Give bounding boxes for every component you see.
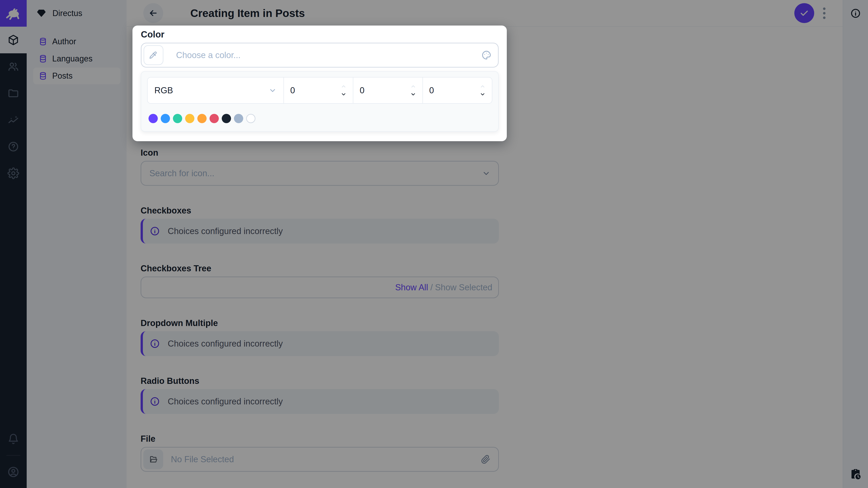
color-field-popup: Color Choose a color... RGB [132, 26, 507, 141]
number-stepper [410, 84, 416, 97]
color-input[interactable]: Choose a color... [141, 43, 499, 68]
chevron-up-icon[interactable] [341, 84, 346, 90]
number-stepper [480, 84, 486, 97]
channel-input-b[interactable]: 0 [423, 77, 492, 103]
color-swatch[interactable] [222, 114, 231, 123]
number-stepper [341, 84, 346, 97]
color-presets [147, 114, 492, 123]
chevron-down-icon[interactable] [480, 91, 486, 97]
palette-icon[interactable] [481, 50, 492, 60]
channel-input-r[interactable]: 0 [283, 77, 353, 103]
channel-value: 0 [360, 86, 364, 95]
color-model-select[interactable]: RGB [148, 77, 283, 103]
color-picker-menu: RGB 0 0 [141, 71, 499, 132]
color-model-value: RGB [154, 86, 173, 95]
color-swatch[interactable] [197, 114, 207, 123]
channel-input-g[interactable]: 0 [353, 77, 422, 103]
chevron-up-icon[interactable] [480, 84, 486, 90]
color-swatch[interactable] [210, 114, 219, 123]
color-swatch[interactable] [246, 114, 255, 123]
channel-value: 0 [290, 86, 295, 95]
chevron-up-icon[interactable] [410, 84, 416, 90]
chevron-down-icon[interactable] [341, 91, 346, 97]
color-swatch[interactable] [173, 114, 182, 123]
color-swatch[interactable] [234, 114, 243, 123]
color-model-row: RGB 0 0 [147, 77, 492, 104]
color-swatch[interactable] [149, 114, 158, 123]
eyedropper-button[interactable] [144, 45, 163, 65]
color-swatch[interactable] [161, 114, 170, 123]
chevron-down-icon[interactable] [410, 91, 416, 97]
channel-value: 0 [429, 86, 434, 95]
chevron-down-icon [269, 86, 277, 94]
field-label: Color [141, 29, 499, 39]
input-placeholder: Choose a color... [176, 51, 481, 60]
color-swatch[interactable] [185, 114, 194, 123]
